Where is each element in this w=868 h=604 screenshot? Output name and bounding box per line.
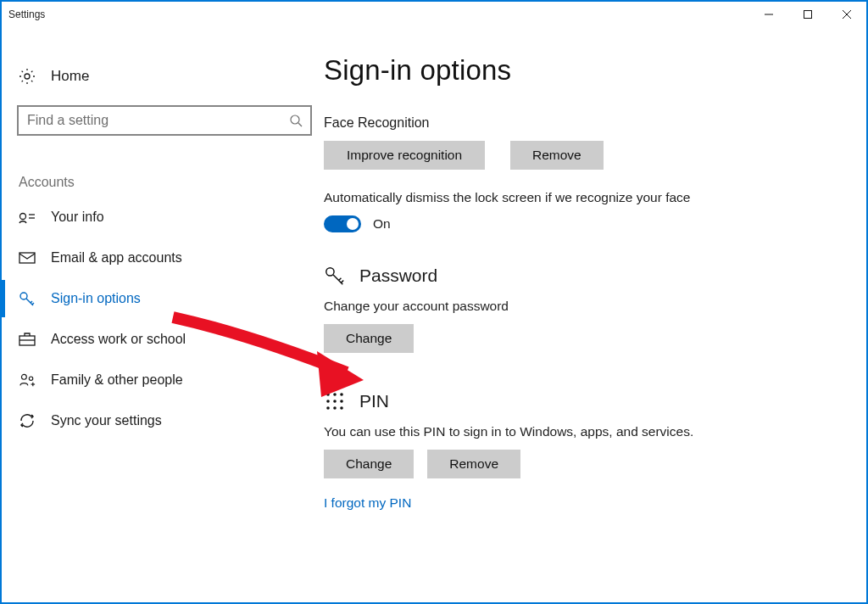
nav-label: Sign-in options (51, 291, 141, 306)
auto-dismiss-toggle[interactable] (324, 215, 361, 232)
forgot-pin-link[interactable]: I forgot my PIN (324, 495, 843, 511)
pin-remove-button[interactable]: Remove (427, 450, 520, 478)
toggle-state-label: On (373, 216, 391, 232)
svg-point-27 (340, 406, 343, 410)
svg-point-5 (291, 115, 299, 124)
sidebar-item-email-accounts[interactable]: Email & app accounts (2, 238, 324, 278)
svg-point-18 (326, 268, 334, 276)
pin-section: PIN You can use this PIN to sign in to W… (324, 390, 843, 511)
nav-label: Sync your settings (51, 413, 162, 428)
face-remove-button[interactable]: Remove (510, 141, 604, 170)
face-recognition-title: Face Recognition (324, 115, 843, 131)
home-label: Home (51, 68, 89, 85)
search-box[interactable] (17, 105, 312, 136)
search-icon (281, 114, 310, 127)
svg-point-26 (333, 406, 337, 410)
key-icon (324, 265, 346, 287)
nav-label: Email & app accounts (51, 250, 182, 266)
svg-point-15 (29, 377, 32, 380)
sidebar-item-family[interactable]: Family & other people (2, 360, 324, 400)
briefcase-icon (19, 331, 36, 348)
svg-point-23 (333, 400, 337, 403)
nav-label: Access work or school (51, 332, 186, 347)
person-card-icon (19, 209, 36, 226)
svg-point-24 (340, 400, 343, 403)
pin-title: PIN (359, 391, 389, 411)
sidebar-category: Accounts (19, 175, 324, 190)
page-title: Sign-in options (324, 54, 843, 87)
svg-point-7 (20, 214, 26, 220)
gear-icon (19, 68, 36, 85)
password-section: Password Change your account password Ch… (324, 265, 843, 353)
nav-label: Your info (51, 210, 104, 225)
svg-line-6 (298, 123, 302, 126)
svg-point-21 (340, 393, 343, 396)
svg-point-14 (21, 374, 26, 379)
settings-window: Settings Home (0, 0, 868, 604)
titlebar: Settings (2, 2, 866, 27)
people-icon (19, 372, 36, 389)
svg-point-20 (333, 393, 337, 396)
minimize-button[interactable] (749, 2, 788, 27)
maximize-button[interactable] (788, 2, 827, 27)
key-icon (19, 290, 36, 307)
svg-point-22 (326, 400, 330, 403)
svg-point-25 (326, 406, 330, 410)
svg-rect-1 (804, 11, 812, 19)
close-button[interactable] (827, 2, 866, 27)
search-input[interactable] (19, 107, 281, 134)
password-title: Password (359, 266, 437, 286)
sidebar-item-signin-options[interactable]: Sign-in options (2, 278, 324, 319)
mail-icon (19, 249, 36, 266)
password-desc: Change your account password (324, 299, 843, 314)
sidebar-item-sync[interactable]: Sync your settings (2, 400, 324, 441)
auto-dismiss-label: Automatically dismiss the lock screen if… (324, 190, 843, 205)
face-recognition-section: Face Recognition Improve recognition Rem… (324, 115, 843, 232)
sync-icon (19, 412, 36, 429)
sidebar-item-access-work[interactable]: Access work or school (2, 319, 324, 360)
pin-desc: You can use this PIN to sign in to Windo… (324, 424, 843, 439)
svg-point-19 (326, 393, 330, 396)
nav-label: Family & other people (51, 372, 183, 388)
sidebar-home[interactable]: Home (2, 61, 324, 93)
password-change-button[interactable]: Change (324, 324, 414, 353)
sidebar: Home Accounts Your info (2, 27, 324, 602)
improve-recognition-button[interactable]: Improve recognition (324, 141, 485, 170)
caption-buttons (749, 2, 866, 27)
content-area: Sign-in options Face Recognition Improve… (324, 27, 866, 602)
svg-rect-10 (19, 253, 35, 263)
sidebar-item-your-info[interactable]: Your info (2, 197, 324, 238)
svg-point-4 (25, 74, 30, 79)
pin-change-button[interactable]: Change (324, 450, 414, 478)
window-title: Settings (8, 8, 45, 20)
pin-pad-icon (324, 390, 346, 412)
svg-point-11 (20, 293, 27, 299)
